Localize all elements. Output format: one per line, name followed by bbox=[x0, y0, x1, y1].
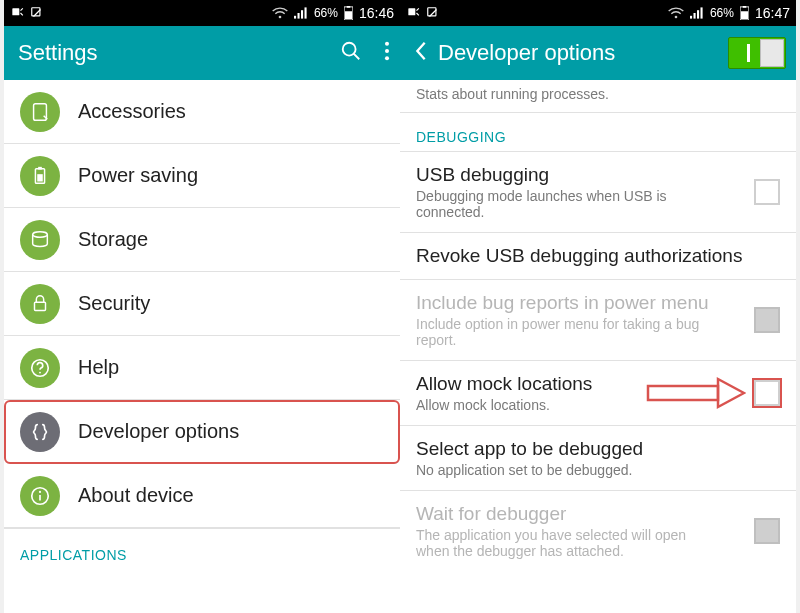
storage-icon bbox=[20, 220, 60, 260]
settings-item-storage[interactable]: Storage bbox=[4, 208, 400, 272]
settings-item-label: Power saving bbox=[78, 164, 198, 187]
search-icon[interactable] bbox=[340, 40, 362, 66]
page-title: Settings bbox=[18, 40, 98, 66]
bug-reports-checkbox bbox=[754, 307, 780, 333]
settings-item-developer-options[interactable]: Developer options bbox=[4, 400, 400, 464]
notification-icon-1 bbox=[10, 6, 24, 20]
settings-item-label: Security bbox=[78, 292, 150, 315]
developer-options-header: Developer options bbox=[400, 26, 796, 80]
svg-rect-34 bbox=[743, 6, 747, 8]
option-subtitle: Allow mock locations. bbox=[416, 397, 716, 413]
settings-item-label: Storage bbox=[78, 228, 148, 251]
option-bug-reports-power-menu: Include bug reports in power menu Includ… bbox=[400, 280, 796, 361]
page-title: Developer options bbox=[438, 40, 615, 66]
svg-rect-29 bbox=[690, 16, 692, 19]
signal-icon bbox=[690, 7, 704, 19]
svg-point-13 bbox=[385, 49, 389, 53]
option-title: Wait for debugger bbox=[416, 503, 780, 525]
section-debugging: DEBUGGING bbox=[400, 113, 796, 152]
option-allow-mock-locations[interactable]: Allow mock locations Allow mock location… bbox=[400, 361, 796, 426]
settings-item-accessories[interactable]: Accessories bbox=[4, 80, 400, 144]
svg-point-19 bbox=[33, 231, 48, 237]
signal-icon bbox=[294, 7, 308, 19]
clock: 16:47 bbox=[755, 5, 790, 21]
svg-rect-32 bbox=[700, 7, 702, 18]
battery-icon bbox=[740, 6, 749, 20]
option-wait-for-debugger: Wait for debugger The application you ha… bbox=[400, 491, 796, 571]
settings-item-label: Developer options bbox=[78, 420, 239, 443]
settings-header: Settings bbox=[4, 26, 400, 80]
svg-rect-6 bbox=[304, 7, 306, 18]
usb-debugging-checkbox[interactable] bbox=[754, 179, 780, 205]
option-title: USB debugging bbox=[416, 164, 780, 186]
svg-point-10 bbox=[343, 43, 356, 56]
svg-rect-26 bbox=[408, 8, 415, 15]
help-icon bbox=[20, 348, 60, 388]
cutoff-process-stats[interactable]: Stats about running processes. bbox=[400, 80, 796, 113]
wait-debugger-checkbox bbox=[754, 518, 780, 544]
power-icon bbox=[20, 156, 60, 196]
option-select-debug-app[interactable]: Select app to be debugged No application… bbox=[400, 426, 796, 491]
developer-options-toggle[interactable] bbox=[728, 37, 786, 69]
notification-icon-2 bbox=[30, 6, 44, 20]
settings-item-power-saving[interactable]: Power saving bbox=[4, 144, 400, 208]
svg-point-14 bbox=[385, 56, 389, 60]
settings-item-label: Help bbox=[78, 356, 119, 379]
svg-point-2 bbox=[279, 16, 282, 19]
svg-rect-0 bbox=[12, 8, 19, 15]
svg-rect-8 bbox=[347, 6, 351, 8]
svg-rect-35 bbox=[741, 11, 748, 19]
wifi-icon bbox=[272, 7, 288, 19]
svg-rect-30 bbox=[693, 13, 695, 19]
process-stats-sub: Stats about running processes. bbox=[416, 86, 780, 102]
option-title: Allow mock locations bbox=[416, 373, 780, 395]
svg-point-25 bbox=[39, 490, 41, 492]
svg-rect-9 bbox=[345, 11, 352, 19]
svg-rect-17 bbox=[38, 166, 42, 169]
status-bar: 66% 16:46 bbox=[4, 0, 400, 26]
svg-rect-31 bbox=[697, 10, 699, 18]
svg-point-12 bbox=[385, 42, 389, 46]
battery-percentage: 66% bbox=[710, 6, 734, 20]
notification-icon-2 bbox=[426, 6, 440, 20]
svg-rect-4 bbox=[297, 13, 299, 19]
svg-point-22 bbox=[39, 371, 41, 373]
braces-icon bbox=[20, 412, 60, 452]
svg-rect-3 bbox=[294, 16, 296, 19]
wifi-icon bbox=[668, 7, 684, 19]
svg-rect-20 bbox=[35, 302, 46, 310]
battery-percentage: 66% bbox=[314, 6, 338, 20]
svg-rect-15 bbox=[34, 103, 47, 120]
developer-options-screen: 66% 16:47 Developer options Stats about … bbox=[400, 0, 796, 613]
notification-icon-1 bbox=[406, 6, 420, 20]
settings-item-label: About device bbox=[78, 484, 194, 507]
option-title: Include bug reports in power menu bbox=[416, 292, 780, 314]
settings-item-help[interactable]: Help bbox=[4, 336, 400, 400]
status-bar: 66% 16:47 bbox=[400, 0, 796, 26]
option-subtitle: The application you have selected will o… bbox=[416, 527, 716, 559]
option-subtitle: Debugging mode launches when USB is conn… bbox=[416, 188, 716, 220]
info-icon bbox=[20, 476, 60, 516]
lock-icon bbox=[20, 284, 60, 324]
overflow-menu-icon[interactable] bbox=[384, 40, 390, 66]
svg-rect-5 bbox=[301, 10, 303, 18]
option-revoke-usb-auth[interactable]: Revoke USB debugging authorizations bbox=[400, 233, 796, 280]
settings-list: Accessories Power saving Storage Securit… bbox=[4, 80, 400, 569]
back-icon[interactable] bbox=[414, 40, 428, 66]
option-title: Revoke USB debugging authorizations bbox=[416, 245, 780, 267]
battery-icon bbox=[344, 6, 353, 20]
option-usb-debugging[interactable]: USB debugging Debugging mode launches wh… bbox=[400, 152, 796, 233]
settings-item-label: Accessories bbox=[78, 100, 186, 123]
mock-locations-checkbox[interactable] bbox=[754, 380, 780, 406]
option-title: Select app to be debugged bbox=[416, 438, 780, 460]
settings-screen: 66% 16:46 Settings Accessories bbox=[4, 0, 400, 613]
clock: 16:46 bbox=[359, 5, 394, 21]
option-subtitle: Include option in power menu for taking … bbox=[416, 316, 716, 348]
settings-item-about-device[interactable]: About device bbox=[4, 464, 400, 528]
section-applications: APPLICATIONS bbox=[4, 528, 400, 569]
option-subtitle: No application set to be debugged. bbox=[416, 462, 716, 478]
svg-line-11 bbox=[354, 54, 360, 60]
svg-rect-18 bbox=[37, 174, 43, 181]
settings-item-security[interactable]: Security bbox=[4, 272, 400, 336]
accessories-icon bbox=[20, 92, 60, 132]
